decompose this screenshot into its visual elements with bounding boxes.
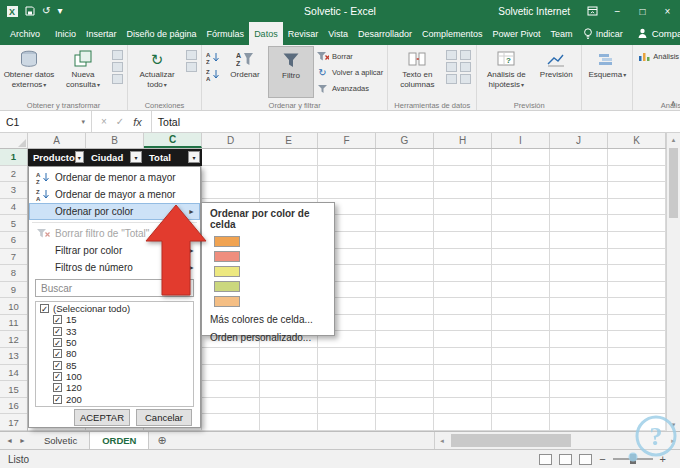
vertical-scrollbar[interactable]: ▲ ▼ bbox=[666, 133, 680, 431]
page-layout-view-icon[interactable] bbox=[559, 454, 572, 465]
manage-data-model-icon[interactable] bbox=[460, 74, 471, 84]
remove-duplicates-icon[interactable] bbox=[460, 50, 471, 60]
close-button[interactable]: × bbox=[655, 0, 680, 22]
tab-vista[interactable]: Vista bbox=[323, 22, 353, 45]
row-header-4[interactable]: 4 bbox=[0, 199, 27, 216]
column-header-f[interactable]: F bbox=[318, 133, 376, 148]
tab-archivo[interactable]: Archivo bbox=[0, 22, 50, 45]
tab-f-rmulas[interactable]: Fórmulas bbox=[202, 22, 250, 45]
row-header-8[interactable]: 8 bbox=[0, 265, 27, 282]
menu-item-sort-ascending[interactable]: AZ Ordenar de menor a mayor bbox=[29, 169, 200, 186]
select-all-corner[interactable] bbox=[0, 133, 28, 148]
flash-fill-icon[interactable] bbox=[446, 50, 457, 60]
row-header-16[interactable]: 16 bbox=[0, 398, 27, 415]
formula-input[interactable]: Total bbox=[152, 111, 680, 132]
more-cell-colors-item[interactable]: Más colores de celda... bbox=[202, 311, 334, 327]
filter-value-item[interactable]: ✓(Seleccionar todo) bbox=[36, 303, 193, 314]
column-header-i[interactable]: I bbox=[492, 133, 550, 148]
sort-a-to-z-icon[interactable]: AZ bbox=[205, 50, 221, 64]
maximize-button[interactable]: □ bbox=[630, 0, 655, 22]
sheet-tab-solvetic[interactable]: Solvetic bbox=[32, 432, 90, 449]
name-box[interactable]: C1 ▾ bbox=[0, 111, 92, 132]
checkbox-checked[interactable]: ✓ bbox=[53, 372, 62, 381]
color-swatch-item-3[interactable] bbox=[202, 264, 334, 279]
color-swatch-item-1[interactable] bbox=[202, 234, 334, 249]
zoom-out-icon[interactable]: − bbox=[599, 453, 605, 465]
color-swatch-item-4[interactable] bbox=[202, 279, 334, 294]
clear-filter-button[interactable]: Borrar bbox=[314, 49, 385, 64]
cell-a1[interactable]: Producto▾ bbox=[28, 149, 86, 166]
cell-b1[interactable]: Ciudad▾ bbox=[86, 149, 144, 166]
forecast-sheet-button[interactable]: Previsión bbox=[533, 46, 579, 98]
cell-c1[interactable]: Total▾ bbox=[144, 149, 202, 166]
insert-function-icon[interactable]: fx bbox=[133, 116, 142, 128]
filter-value-item[interactable]: ✓200 bbox=[36, 393, 193, 404]
get-external-data-button[interactable]: Obtener datos externos▾ bbox=[2, 46, 56, 98]
column-header-h[interactable]: H bbox=[434, 133, 492, 148]
filter-value-item[interactable]: ✓85 bbox=[36, 359, 193, 370]
checkbox-checked[interactable]: ✓ bbox=[53, 395, 62, 404]
filter-value-item[interactable]: ✓15 bbox=[36, 314, 193, 325]
new-sheet-icon[interactable]: ⊕ bbox=[149, 432, 174, 449]
data-analysis-button[interactable]: Análisis de datos bbox=[635, 49, 680, 64]
row-header-9[interactable]: 9 bbox=[0, 282, 27, 299]
tab-revisar[interactable]: Revisar bbox=[283, 22, 324, 45]
qat-customize-icon[interactable]: ▾ bbox=[57, 6, 62, 16]
row-header-1[interactable]: 1 bbox=[0, 149, 27, 166]
row-header-17[interactable]: 17 bbox=[0, 414, 27, 431]
checkbox-checked[interactable]: ✓ bbox=[40, 304, 49, 313]
undo-icon[interactable]: ↺ bbox=[42, 6, 50, 16]
show-queries-icon[interactable] bbox=[112, 50, 123, 60]
filter-dropdown-button-c1[interactable]: ▾ bbox=[188, 151, 200, 163]
checkbox-checked[interactable]: ✓ bbox=[53, 349, 62, 358]
what-if-analysis-button[interactable]: ? Análisis de hipótesis▾ bbox=[479, 46, 533, 98]
row-header-6[interactable]: 6 bbox=[0, 232, 27, 249]
custom-sort-item[interactable]: Orden personalizado... bbox=[202, 329, 334, 345]
tab-inicio[interactable]: Inicio bbox=[50, 22, 81, 45]
filter-button[interactable]: Filtro bbox=[268, 46, 314, 98]
column-header-k[interactable]: K bbox=[608, 133, 666, 148]
refresh-all-button[interactable]: ↻ Actualizar todo▾ bbox=[130, 46, 184, 98]
enter-entry-icon[interactable]: ✓ bbox=[116, 116, 124, 127]
normal-view-icon[interactable] bbox=[539, 454, 552, 465]
account-name[interactable]: Solvetic Internet bbox=[498, 6, 570, 17]
column-header-c[interactable]: C bbox=[144, 133, 202, 148]
row-header-14[interactable]: 14 bbox=[0, 365, 27, 382]
outline-button[interactable]: Esquema▾ bbox=[584, 46, 630, 98]
column-header-j[interactable]: J bbox=[550, 133, 608, 148]
advanced-filter-button[interactable]: Avanzadas bbox=[314, 81, 385, 96]
sort-button[interactable]: AZ Ordenar bbox=[222, 46, 268, 98]
sheet-next-icon[interactable]: ► bbox=[19, 437, 26, 444]
relationships-icon[interactable] bbox=[446, 74, 457, 84]
filter-dropdown-button-a1[interactable]: ▾ bbox=[75, 151, 84, 163]
checkbox-checked[interactable]: ✓ bbox=[53, 327, 62, 336]
text-to-columns-button[interactable]: Texto en columnas bbox=[390, 46, 444, 98]
filter-values-list[interactable]: ✓(Seleccionar todo)✓15✓33✓50✓80✓85✓100✓1… bbox=[35, 301, 194, 407]
filter-value-item[interactable]: ✓80 bbox=[36, 348, 193, 359]
reapply-button[interactable]: ↻ Volver a aplicar bbox=[314, 65, 385, 80]
data-validation-icon[interactable] bbox=[446, 62, 457, 72]
column-header-g[interactable]: G bbox=[376, 133, 434, 148]
column-header-b[interactable]: B bbox=[86, 133, 144, 148]
row-header-5[interactable]: 5 bbox=[0, 215, 27, 232]
tab-dise-o-de-p-gina[interactable]: Diseño de página bbox=[122, 22, 202, 45]
color-swatch-item-5[interactable] bbox=[202, 294, 334, 309]
checkbox-checked[interactable]: ✓ bbox=[53, 315, 62, 324]
row-header-13[interactable]: 13 bbox=[0, 348, 27, 365]
sheet-prev-icon[interactable]: ◄ bbox=[6, 437, 13, 444]
from-table-icon[interactable] bbox=[112, 62, 123, 72]
tab-desarrollador[interactable]: Desarrollador bbox=[353, 22, 417, 45]
page-break-view-icon[interactable] bbox=[579, 454, 592, 465]
column-header-a[interactable]: A bbox=[28, 133, 86, 148]
cancel-entry-icon[interactable]: × bbox=[101, 116, 107, 127]
vertical-scroll-thumb[interactable] bbox=[669, 148, 678, 218]
ribbon-display-options-icon[interactable] bbox=[580, 0, 605, 22]
row-header-3[interactable]: 3 bbox=[0, 182, 27, 199]
tab-complementos[interactable]: Complementos bbox=[417, 22, 488, 45]
horizontal-scroll-thumb[interactable] bbox=[451, 434, 571, 447]
row-header-10[interactable]: 10 bbox=[0, 298, 27, 315]
checkbox-checked[interactable]: ✓ bbox=[53, 338, 62, 347]
row-header-12[interactable]: 12 bbox=[0, 331, 27, 348]
tab-datos[interactable]: Datos bbox=[249, 22, 283, 45]
cancel-button[interactable]: Cancelar bbox=[136, 409, 192, 426]
